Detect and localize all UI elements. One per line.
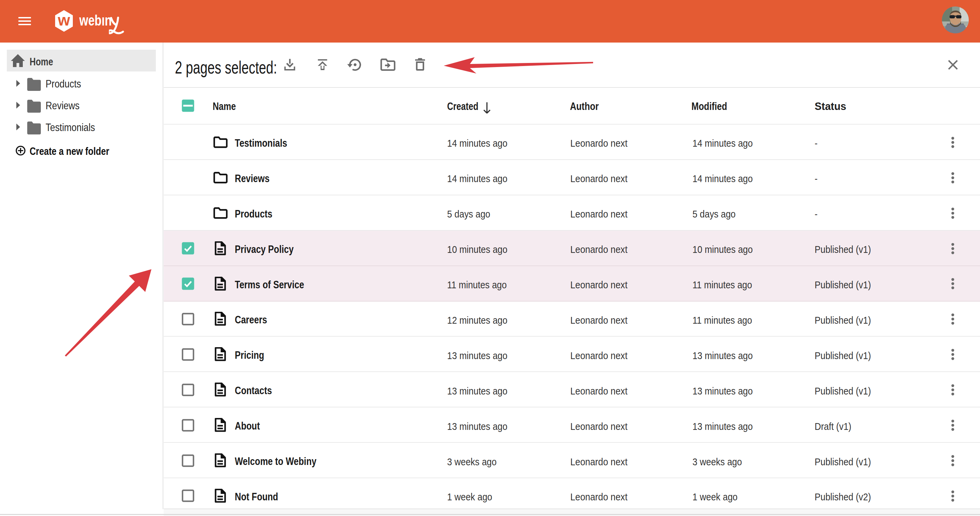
svg-text:w: w bbox=[57, 11, 70, 29]
